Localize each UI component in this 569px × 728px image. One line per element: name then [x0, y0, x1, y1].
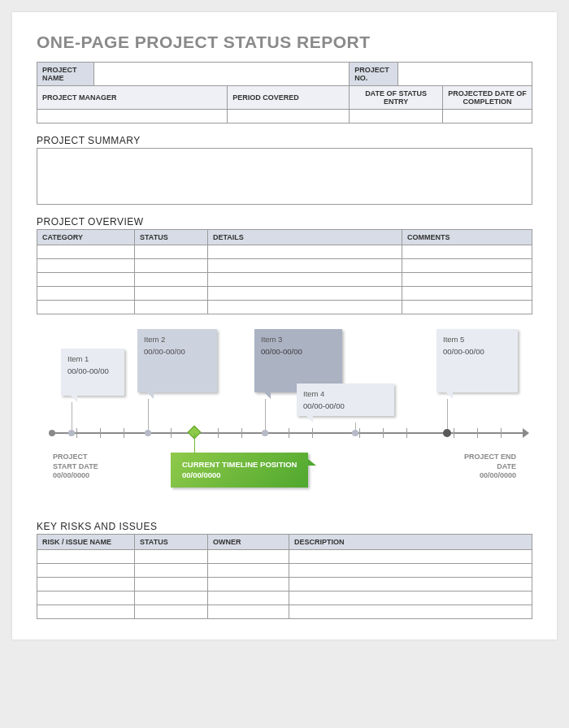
period-covered-label: PERIOD COVERED	[228, 86, 350, 110]
table-row	[37, 578, 532, 592]
timeline-item-2: Item 200/00-00/00	[137, 329, 217, 392]
tick-icon	[124, 428, 124, 438]
tick-icon	[241, 428, 242, 438]
summary-box[interactable]	[37, 148, 532, 205]
table-row	[37, 592, 532, 605]
timeline-item-title: Item 5	[443, 334, 511, 344]
timeline-diagram: Item 100/00-00/00 Item 200/00-00/00 Item…	[37, 323, 532, 509]
dot-icon	[443, 429, 451, 437]
table-row	[37, 273, 532, 287]
overview-col-category: CATEGORY	[37, 230, 135, 245]
timeline-item-title: Item 1	[67, 353, 118, 364]
tick-icon	[359, 428, 360, 438]
table-row	[37, 287, 532, 301]
timeline-item-title: Item 4	[303, 388, 388, 399]
stem-icon	[148, 399, 149, 432]
table-row	[37, 259, 532, 273]
risks-col-name: RISK / ISSUE NAME	[37, 535, 135, 550]
tick-icon	[406, 428, 407, 438]
dot-icon	[352, 430, 358, 436]
timeline-item-5: Item 500/00-00/00	[437, 329, 518, 392]
table-row	[37, 550, 532, 564]
overview-label: PROJECT OVERVIEW	[37, 216, 532, 228]
tick-icon	[289, 428, 289, 438]
stem-icon	[72, 402, 72, 432]
tick-icon	[171, 428, 172, 438]
table-row	[37, 245, 532, 259]
timeline-item-date: 00/00-00/00	[144, 347, 185, 356]
project-no-value[interactable]	[398, 63, 532, 86]
timeline-item-date: 00/00-00/00	[443, 347, 484, 356]
tick-icon	[312, 428, 313, 438]
date-status-entry-value[interactable]	[350, 110, 443, 124]
current-stem-icon	[194, 433, 195, 453]
stem-icon	[447, 399, 448, 432]
current-position-box: CURRENT TIMELINE POSITION 00/00/0000	[171, 453, 308, 488]
tick-icon	[477, 428, 478, 438]
stem-icon	[265, 399, 266, 432]
project-name-value[interactable]	[94, 63, 350, 86]
risks-col-owner: OWNER	[208, 535, 289, 550]
timeline-item-4: Item 400/00-00/00	[297, 384, 394, 416]
project-manager-label: PROJECT MANAGER	[37, 86, 228, 110]
date-status-entry-label: DATE OF STATUS ENTRY	[350, 86, 443, 110]
risks-col-status: STATUS	[135, 535, 208, 550]
timeline-item-title: Item 2	[144, 334, 211, 344]
tick-icon	[100, 428, 101, 438]
risks-label: KEY RISKS AND ISSUES	[37, 521, 532, 532]
tick-icon	[218, 428, 219, 438]
period-covered-value[interactable]	[228, 110, 350, 124]
timeline-item-title: Item 3	[261, 334, 336, 344]
header-table: PROJECT NAME PROJECT NO. PROJECT MANAGER…	[37, 62, 532, 124]
timeline-item-1: Item 100/00-00/00	[61, 349, 124, 396]
report-page: ONE-PAGE PROJECT STATUS REPORT PROJECT N…	[12, 12, 557, 639]
current-position-label: CURRENT TIMELINE POSITION	[182, 460, 297, 469]
dot-icon	[68, 430, 75, 436]
dot-icon	[262, 430, 268, 436]
tick-icon	[454, 428, 454, 438]
overview-col-comments: COMMENTS	[402, 230, 532, 245]
end-date-label: PROJECT END DATE 00/00/0000	[459, 453, 516, 481]
projected-date-value[interactable]	[443, 110, 532, 124]
project-name-label: PROJECT NAME	[37, 63, 94, 86]
current-position-date: 00/00/0000	[182, 470, 221, 479]
project-manager-value[interactable]	[37, 110, 228, 124]
tick-icon	[76, 428, 77, 438]
summary-label: PROJECT SUMMARY	[37, 135, 532, 146]
overview-col-details: DETAILS	[208, 230, 402, 245]
table-row	[37, 605, 532, 619]
projected-date-label: PROJECTED DATE OF COMPLETION	[443, 86, 532, 110]
table-row	[37, 564, 532, 578]
tick-icon	[501, 428, 502, 438]
risks-table: RISK / ISSUE NAME STATUS OWNER DESCRIPTI…	[37, 534, 532, 619]
timeline-item-date: 00/00-00/00	[261, 347, 302, 356]
tick-icon	[383, 428, 384, 438]
overview-col-status: STATUS	[135, 230, 208, 245]
timeline-axis	[53, 432, 524, 434]
dot-icon	[145, 430, 151, 436]
timeline-item-date: 00/00-00/00	[67, 366, 109, 375]
page-title: ONE-PAGE PROJECT STATUS REPORT	[37, 32, 532, 52]
timeline-item-date: 00/00-00/00	[303, 401, 345, 410]
table-row	[37, 301, 532, 314]
risks-col-description: DESCRIPTION	[289, 535, 532, 550]
overview-table: CATEGORY STATUS DETAILS COMMENTS	[37, 229, 532, 314]
project-no-label: PROJECT NO.	[350, 63, 398, 86]
start-date-label: PROJECT START DATE 00/00/0000	[53, 453, 102, 481]
